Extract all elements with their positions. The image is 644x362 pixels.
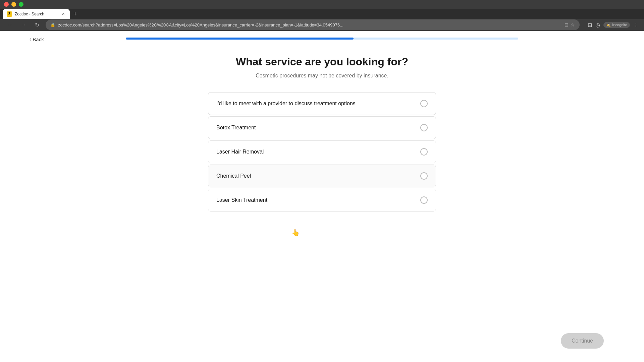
forward-nav-button[interactable]: → [19,20,28,29]
tab-favicon: Z [7,11,12,17]
option-discuss-radio[interactable] [420,100,428,107]
option-chemical-peel[interactable]: Chemical Peel [208,165,436,187]
browser-chrome: Z Zocdoc - Search ✕ + ← → ↻ 🔒 zocdoc.com… [0,0,644,31]
menu-icon[interactable]: ⋮ [633,22,639,28]
option-laser-hair-label: Laser Hair Removal [216,149,264,155]
continue-button[interactable]: Continue [561,333,604,349]
back-arrow-icon: ‹ [30,36,31,42]
page-content: ‹ Back What service are you looking for?… [0,31,644,362]
option-botox[interactable]: Botox Treatment [208,116,436,139]
tab-close-button[interactable]: ✕ [60,11,66,17]
back-nav-button[interactable]: ← [5,20,15,29]
option-laser-skin[interactable]: Laser Skin Treatment [208,189,436,212]
incognito-label: Incognito [612,23,627,27]
active-tab[interactable]: Z Zocdoc - Search ✕ [3,9,70,19]
option-laser-hair-radio[interactable] [420,148,428,156]
option-laser-hair[interactable]: Laser Hair Removal [208,140,436,163]
progress-container: ‹ Back [0,31,644,40]
incognito-icon: 🕵 [606,23,611,27]
option-botox-radio[interactable] [420,124,428,131]
option-discuss[interactable]: I'd like to meet with a provider to disc… [208,92,436,115]
progress-bar-background [126,38,518,40]
address-bar[interactable]: 🔒 zocdoc.com/search?address=Los%20Angele… [46,19,580,30]
option-discuss-label: I'd like to meet with a provider to disc… [216,101,356,107]
profile-icon[interactable]: ◷ [595,22,600,28]
title-bar [0,0,644,9]
cast-icon[interactable]: ⊡ [565,22,569,27]
bookmark-icon[interactable]: ☆ [571,22,575,27]
reload-button[interactable]: ↻ [32,20,42,29]
browser-toolbar: ← → ↻ 🔒 zocdoc.com/search?address=Los%20… [0,19,644,31]
maximize-window-button[interactable] [19,2,23,7]
tab-title: Zocdoc - Search [15,12,58,16]
cursor: 👆 [291,229,300,237]
continue-button-container: Continue [561,333,604,349]
close-window-button[interactable] [4,2,9,7]
option-laser-skin-radio[interactable] [420,196,428,204]
back-label: Back [33,37,44,42]
page-title: What service are you looking for? [208,56,436,68]
new-tab-button[interactable]: + [70,10,80,19]
option-laser-skin-label: Laser Skin Treatment [216,197,267,203]
option-botox-label: Botox Treatment [216,125,256,131]
back-button[interactable]: ‹ Back [30,36,44,42]
option-chemical-peel-radio[interactable] [420,172,428,180]
window-controls [4,2,23,7]
url-text: zocdoc.com/search?address=Los%20Angeles%… [58,22,562,27]
address-bar-icons: ⊡ ☆ [565,22,575,27]
page-subtitle: Cosmetic procedures may not be covered b… [208,73,436,79]
toolbar-right: ⊞ ◷ 🕵 Incognito ⋮ [588,22,639,28]
incognito-badge: 🕵 Incognito [603,22,630,28]
progress-bar-fill [126,38,354,40]
lock-icon: 🔒 [50,22,55,27]
options-list: I'd like to meet with a provider to disc… [208,92,436,212]
extensions-icon[interactable]: ⊞ [588,22,592,28]
tab-bar: Z Zocdoc - Search ✕ + [0,9,644,19]
minimize-window-button[interactable] [11,2,16,7]
page-main: What service are you looking for? Cosmet… [201,40,443,225]
option-chemical-peel-label: Chemical Peel [216,173,251,179]
